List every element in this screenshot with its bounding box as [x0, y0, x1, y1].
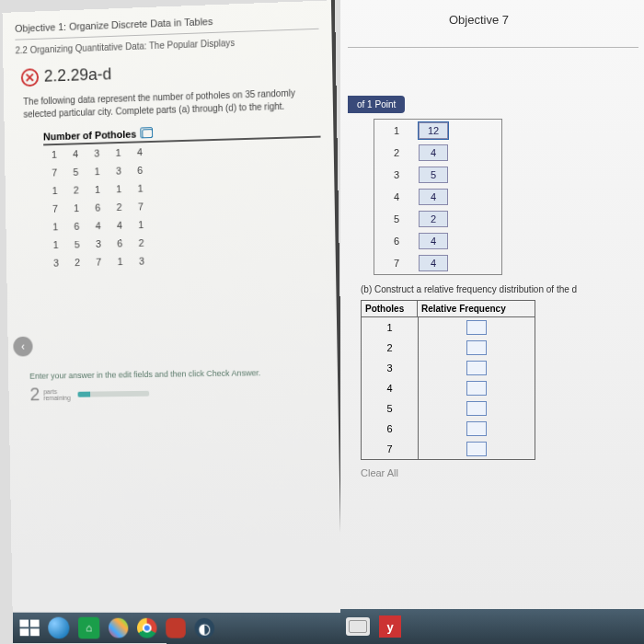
- freq-row: 5: [374, 208, 501, 230]
- data-cell: 2: [66, 253, 88, 271]
- steam-icon[interactable]: ◐: [194, 618, 214, 638]
- answer-hint: Enter your answer in the edit fields and…: [29, 367, 325, 380]
- rf-row: 6: [362, 419, 535, 439]
- data-cell: 1: [108, 179, 130, 198]
- data-cell: 1: [130, 179, 152, 198]
- progress-bar: [77, 390, 149, 397]
- freq-row: 6: [374, 230, 501, 252]
- left-screen: Objective 1: Organize Discrete Data in T…: [2, 0, 346, 644]
- data-cell: 2: [65, 180, 87, 199]
- rf-input[interactable]: [466, 320, 487, 335]
- data-cell: 2: [131, 234, 153, 252]
- data-title-text: Number of Potholes: [43, 129, 136, 143]
- freq-label: 3: [374, 169, 419, 180]
- rf-header-relfreq: Relative Frequency: [418, 301, 535, 316]
- data-cell: 6: [109, 234, 131, 252]
- rf-row: 7: [362, 439, 535, 459]
- data-cell: 1: [65, 199, 87, 217]
- rf-input[interactable]: [466, 361, 487, 375]
- data-cell: 1: [43, 145, 64, 164]
- data-cell: 7: [44, 200, 65, 218]
- data-cell: 1: [44, 181, 65, 200]
- freq-input[interactable]: [419, 189, 448, 205]
- data-cell: 3: [86, 144, 108, 162]
- incorrect-icon: ✕: [21, 68, 40, 86]
- parts-remaining: 2 parts remaining: [29, 380, 325, 405]
- data-cell: 6: [86, 198, 109, 216]
- freq-input[interactable]: [419, 122, 448, 139]
- chrome-icon[interactable]: [137, 618, 157, 638]
- freq-row: 2: [374, 142, 501, 164]
- data-cell: 1: [45, 217, 66, 236]
- rf-label: 4: [362, 378, 419, 398]
- freq-row: 3: [374, 164, 501, 186]
- browser-icon[interactable]: [48, 617, 70, 639]
- part-b-prompt: (b) Construct a relative frequency distr…: [361, 284, 638, 294]
- rf-label: 7: [362, 439, 419, 459]
- point-badge: of 1 Point: [348, 96, 405, 113]
- freq-label: 5: [374, 213, 419, 224]
- freq-row: 7: [374, 252, 501, 274]
- objective-7-label: Objective 7: [348, 9, 638, 27]
- rf-row: 1: [362, 317, 535, 338]
- data-cell: 4: [87, 216, 109, 235]
- freq-label: 6: [374, 236, 419, 247]
- rf-input[interactable]: [466, 381, 487, 396]
- freq-label: 2: [374, 147, 419, 158]
- adobe-icon[interactable]: [166, 618, 186, 638]
- app-icon[interactable]: у: [379, 615, 401, 638]
- freq-input[interactable]: [419, 233, 448, 249]
- rf-row: 4: [362, 378, 535, 398]
- data-cell: 1: [45, 236, 66, 254]
- data-cell: 3: [131, 252, 153, 270]
- data-cell: 1: [109, 252, 132, 270]
- divider: [348, 47, 638, 48]
- rf-input[interactable]: [466, 421, 487, 436]
- rf-label: 5: [362, 398, 419, 419]
- freq-label: 1: [374, 125, 419, 136]
- parts-count: 2: [29, 385, 40, 406]
- rf-table-header: Potholes Relative Frequency: [361, 300, 535, 317]
- data-cell: 2: [109, 198, 131, 216]
- freq-input[interactable]: [419, 144, 448, 161]
- data-cell: 3: [108, 161, 130, 179]
- freq-row: 1: [374, 120, 501, 142]
- question-prompt: The following data represent the number …: [23, 86, 316, 121]
- data-cell: 7: [87, 253, 109, 271]
- relative-frequency-table: 1234567: [361, 317, 535, 460]
- store-icon[interactable]: ⌂: [78, 617, 100, 639]
- freq-label: 7: [374, 258, 419, 269]
- taskbar-left: ⌂ ◐: [13, 613, 342, 644]
- data-cell: 5: [65, 163, 87, 181]
- prev-button[interactable]: ‹: [13, 337, 32, 357]
- rf-label: 3: [362, 358, 419, 378]
- data-cell: 1: [86, 180, 109, 199]
- data-cell: 4: [109, 216, 131, 235]
- freq-input[interactable]: [419, 211, 448, 227]
- data-cell: 6: [66, 217, 88, 236]
- question-number: 2.2.29a-d: [44, 64, 112, 86]
- data-cell: 7: [130, 197, 152, 215]
- question-header: ✕ 2.2.29a-d: [21, 58, 320, 87]
- frequency-table-a: 1234567: [374, 119, 502, 275]
- parts-label-b: remaining: [43, 394, 71, 400]
- data-cell: 7: [44, 163, 65, 181]
- rf-input[interactable]: [466, 401, 487, 416]
- rf-input[interactable]: [466, 340, 487, 355]
- rf-label: 6: [362, 419, 419, 439]
- paint-icon[interactable]: [109, 618, 129, 638]
- freq-input[interactable]: [419, 255, 448, 271]
- rf-input[interactable]: [466, 442, 487, 456]
- freq-input[interactable]: [419, 167, 448, 183]
- data-cell: 1: [130, 215, 152, 234]
- pothole-data-table: 14314751361211171627164411536232713: [43, 136, 323, 272]
- gamepad-icon[interactable]: [346, 617, 370, 636]
- copy-icon[interactable]: [142, 129, 153, 138]
- data-cell: 4: [129, 143, 151, 161]
- freq-label: 4: [374, 191, 419, 202]
- windows-start-icon[interactable]: [19, 620, 39, 637]
- right-screen: Objective 7 of 1 Point 1234567 (b) Const…: [340, 0, 644, 644]
- data-cell: 5: [66, 235, 88, 253]
- rf-label: 2: [362, 338, 419, 358]
- clear-all-button[interactable]: Clear All: [361, 467, 638, 478]
